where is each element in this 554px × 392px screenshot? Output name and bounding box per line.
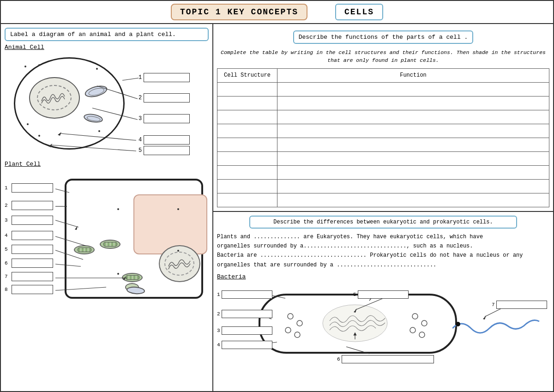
plant-label-input-4[interactable]: [12, 231, 53, 240]
table-cell-structure[interactable]: [217, 96, 277, 110]
animal-cell-title: Animal Cell: [5, 44, 209, 51]
animal-label-3: 3: [138, 114, 190, 123]
right-top: Describe the functions of the parts of a…: [213, 24, 553, 212]
plant-label-2: 2: [5, 201, 53, 210]
mitochondria-2: [83, 112, 103, 124]
table-cell-structure[interactable]: [217, 124, 277, 138]
bacteria-label-7: 7: [492, 301, 547, 309]
plant-dna-icon: [166, 253, 194, 274]
bacteria-title: Bacteria: [217, 273, 549, 280]
describe-box: Describe the functions of the parts of a…: [293, 30, 474, 44]
table-cell-function[interactable]: [277, 165, 549, 179]
svg-point-18: [288, 314, 293, 319]
table-row: [217, 110, 549, 124]
table-cell-structure[interactable]: [217, 138, 277, 151]
flagellum-base: [456, 322, 460, 326]
plant-label-input-3[interactable]: [12, 216, 53, 225]
table-row: [217, 138, 549, 151]
cell-table: Cell Structure Function: [217, 68, 549, 207]
animal-label-4: 4: [138, 135, 190, 145]
bacteria-label-5: 5: [353, 290, 409, 299]
table-cell-function[interactable]: [277, 193, 549, 207]
dna-squiggle-icon: [39, 87, 67, 108]
plant-label-3: 3: [5, 216, 53, 225]
right-panel: Describe the functions of the parts of a…: [213, 24, 553, 391]
plant-label-input-7[interactable]: [12, 272, 53, 281]
bacteria-label-input-5[interactable]: [358, 290, 409, 299]
animal-cell-diagram: 1 2 3 4 5: [5, 53, 208, 159]
table-cell-function[interactable]: [277, 96, 549, 110]
right-bottom: Describe the differences between eukaryo…: [213, 212, 553, 392]
dot: [177, 250, 179, 252]
table-cell-structure[interactable]: [217, 165, 277, 179]
bacteria-label-input-7[interactable]: [496, 301, 547, 309]
bacteria-label-6: 6: [337, 355, 434, 363]
animal-label-2: 2: [138, 93, 190, 103]
animal-label-input-1[interactable]: [144, 73, 190, 82]
bacteria-label-input-3[interactable]: [222, 326, 272, 335]
plant-label-input-1[interactable]: [12, 183, 53, 193]
table-cell-function[interactable]: [277, 124, 549, 138]
table-cell-function[interactable]: [277, 179, 549, 193]
dot: [38, 135, 40, 137]
plant-label-8: 8: [5, 285, 53, 294]
table-cell-function[interactable]: [277, 110, 549, 124]
svg-point-22: [412, 314, 418, 319]
plant-label-input-5[interactable]: [12, 245, 53, 254]
flagellum-icon: [452, 310, 540, 347]
dot: [117, 273, 119, 275]
dot: [24, 66, 26, 67]
bacteria-label-input-1[interactable]: [222, 290, 272, 299]
nucleus-inner: [37, 85, 72, 110]
left-panel: Label a diagram of an animal and a plant…: [1, 24, 213, 391]
main-content: Label a diagram of an animal and a plant…: [1, 23, 553, 391]
bacteria-label-input-4[interactable]: [222, 341, 272, 349]
table-cell-structure[interactable]: [217, 82, 277, 96]
table-row: [217, 82, 549, 96]
table-header-function: Function: [277, 68, 549, 82]
table-cell-structure[interactable]: [217, 151, 277, 165]
animal-label-input-5[interactable]: [144, 146, 190, 155]
bacteria-label-input-6[interactable]: [342, 355, 434, 363]
table-row: [217, 179, 549, 193]
animal-cell-outline: [14, 57, 125, 150]
plant-label-1: 1: [5, 183, 53, 193]
plant-label-6: 6: [5, 259, 53, 268]
plant-cell-outline: [65, 179, 203, 299]
animal-label-input-3[interactable]: [144, 114, 190, 123]
plant-label-input-6[interactable]: [12, 259, 53, 268]
dot: [27, 123, 29, 125]
chloroplast-2: [100, 240, 120, 249]
table-cell-function[interactable]: [277, 151, 549, 165]
plant-nucleus-inner: [164, 252, 194, 276]
plant-label-4: 4: [5, 231, 53, 240]
prokaryotic-text: Plants and .............. are Eukaryotes…: [217, 232, 549, 270]
dot: [96, 68, 98, 70]
table-row: [217, 193, 549, 207]
plant-label-input-2[interactable]: [12, 201, 53, 210]
svg-point-23: [422, 320, 427, 326]
table-cell-function[interactable]: [277, 82, 549, 96]
bacteria-label-2: 2: [217, 310, 272, 318]
animal-label-input-2[interactable]: [144, 93, 190, 103]
table-row: [217, 96, 549, 110]
table-row: [217, 124, 549, 138]
table-header-structure: Cell Structure: [217, 68, 277, 82]
header: TOPIC 1 KEY CONCEPTS CELLS: [1, 1, 553, 20]
plant-cell-diagram: 1 2 3 4 5: [5, 169, 208, 308]
nucleus: [29, 77, 80, 119]
animal-label-5: 5: [138, 146, 190, 155]
animal-label-input-4[interactable]: [144, 135, 190, 145]
table-cell-function[interactable]: [277, 138, 549, 151]
plant-cell-section: Plant Cell: [5, 161, 209, 387]
cells-label: CELLS: [335, 4, 383, 20]
bacteria-content-icon: [263, 298, 457, 353]
dot: [117, 208, 119, 210]
table-cell-structure[interactable]: [217, 193, 277, 207]
bacteria-label-input-2[interactable]: [222, 310, 272, 318]
chloroplast-1: [74, 245, 95, 254]
table-cell-structure[interactable]: [217, 110, 277, 124]
plant-label-input-8[interactable]: [12, 285, 53, 294]
svg-point-19: [297, 320, 302, 326]
table-cell-structure[interactable]: [217, 179, 277, 193]
